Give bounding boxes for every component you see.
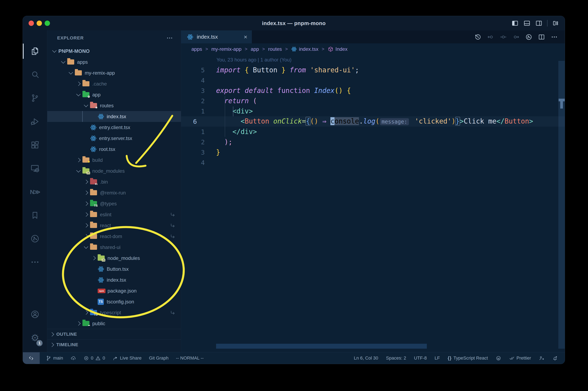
tree-item-routes[interactable]: ⚛ routes: [47, 100, 181, 111]
tree-item-apps[interactable]: apps: [47, 57, 181, 67]
code-line-1[interactable]: 1 <div>: [181, 106, 565, 116]
tree-item-tsconfig.json[interactable]: TS tsconfig.json: [47, 296, 181, 307]
tree-item-@remix-run[interactable]: @remix-run: [47, 187, 181, 198]
toolbar-next-change-icon[interactable]: [510, 33, 522, 40]
code-token: (: [375, 117, 380, 125]
activity-bar-remote-explorer[interactable]: [23, 157, 47, 180]
tree-item-typescript[interactable]: TS typescript: [47, 307, 181, 318]
timeline-section[interactable]: TIMELINE: [47, 339, 181, 350]
toolbar-timeline-history-icon[interactable]: [472, 33, 484, 40]
tree-item-index.tsx[interactable]: index.tsx: [47, 275, 181, 285]
tree-item-node_modules[interactable]: JS node_modules: [47, 253, 181, 264]
toolbar-current-change-icon[interactable]: [497, 33, 510, 40]
tree-item-.cache[interactable]: .cache: [47, 78, 181, 89]
toggle-primary-sidebar-icon[interactable]: [511, 19, 519, 27]
status-remote-indicator[interactable]: [23, 352, 40, 364]
status-bar: main 0 0 Live Share Git Graph -- NORMAL …: [23, 352, 565, 364]
status-language-mode[interactable]: {}TypeScript React: [448, 355, 488, 361]
tree-item-react-dom[interactable]: react-dom: [47, 231, 181, 242]
customize-layout-icon[interactable]: [552, 19, 559, 27]
code-line-2[interactable]: 2 return (: [181, 96, 565, 106]
@types-folder-icon: TS: [90, 201, 97, 206]
tree-item-shared-ui[interactable]: shared-ui: [47, 242, 181, 253]
activity-bar-git-graph[interactable]: [23, 227, 47, 250]
status-encoding[interactable]: UTF-8: [414, 355, 427, 361]
code-editor[interactable]: You, 23 hours ago | 1 author (You) 5 imp…: [181, 55, 565, 352]
tree-item-.bin[interactable]: 01 .bin: [47, 176, 181, 187]
window-layout-controls: [511, 16, 559, 30]
activity-bar-explorer[interactable]: [23, 39, 47, 63]
status-sync-changes[interactable]: [71, 355, 76, 361]
status-indentation[interactable]: Spaces: 2: [386, 355, 406, 361]
status-live-share[interactable]: Live Share: [112, 355, 141, 361]
tree-item-entry.server.tsx[interactable]: entry.server.tsx: [47, 133, 181, 144]
code-line-4[interactable]: 4: [181, 157, 565, 168]
code-line-6[interactable]: 6 <Button onClick={() ⇒ console.log(mess…: [181, 116, 565, 127]
activity-bar-bookmarks[interactable]: [23, 203, 47, 227]
breadcrumb-Index[interactable]: Index: [328, 46, 348, 52]
status-cursor-position[interactable]: Ln 6, Col 30: [354, 355, 378, 361]
activity-bar-settings[interactable]: ⚙ 1: [23, 326, 47, 349]
chevron-down-icon: [74, 93, 83, 96]
code-token: [286, 66, 290, 74]
outline-section[interactable]: OUTLINE: [47, 329, 181, 339]
tree-item-node_modules[interactable]: JS node_modules: [47, 166, 181, 176]
status-eol[interactable]: LF: [435, 355, 440, 361]
tree-item-build[interactable]: ● build: [47, 155, 181, 166]
activity-bar-search[interactable]: [23, 63, 47, 86]
status-problems[interactable]: 0 0: [84, 355, 105, 361]
minimize-window-button[interactable]: [37, 20, 42, 26]
editor-group: index.tsx × apps> my-remix-app> app> rou…: [181, 30, 565, 352]
tree-item-root.tsx[interactable]: root.tsx: [47, 144, 181, 155]
tree-item-react[interactable]: react: [47, 220, 181, 231]
toggle-panel-icon[interactable]: [523, 19, 531, 27]
breadcrumb-index.tsx[interactable]: index.tsx: [291, 46, 318, 52]
activity-bar-more-views[interactable]: [23, 250, 47, 274]
status-git-graph[interactable]: Git Graph: [149, 355, 168, 361]
horizontal-scrollbar[interactable]: [216, 344, 427, 349]
breadcrumb-routes[interactable]: routes: [268, 46, 282, 52]
activity-bar-run-debug[interactable]: [23, 110, 47, 133]
activity-bar-extensions[interactable]: [23, 133, 47, 157]
breadcrumb-my-remix-app[interactable]: my-remix-app: [211, 46, 242, 52]
toolbar-git-graph-icon[interactable]: [522, 33, 535, 40]
tree-item-PNPM-MONO[interactable]: PNPM-MONO: [47, 46, 181, 57]
code-line-5[interactable]: 5 import { Button } from 'shared-ui';: [181, 65, 565, 75]
tree-item-@types[interactable]: TS @types: [47, 198, 181, 209]
status-git-branch[interactable]: main: [46, 355, 63, 361]
code-line-3[interactable]: 3 export default function Index() {: [181, 86, 565, 96]
toggle-secondary-sidebar-icon[interactable]: [535, 19, 543, 27]
toolbar-split-editor-icon[interactable]: [535, 33, 548, 40]
tree-item-app[interactable]: ⚙ app: [47, 89, 181, 100]
activity-bar-accounts[interactable]: [23, 303, 47, 326]
tab-index-tsx[interactable]: index.tsx ×: [181, 30, 252, 43]
toolbar-previous-change-icon[interactable]: [484, 33, 497, 40]
tree-item-public[interactable]: •• public: [47, 318, 181, 329]
status-notifications[interactable]: [552, 355, 558, 361]
status-live-share-contact[interactable]: [539, 355, 544, 361]
code-line-1[interactable]: 1 </div>: [181, 127, 565, 137]
maximize-window-button[interactable]: [45, 20, 50, 26]
tree-item-entry.client.tsx[interactable]: entry.client.tsx: [47, 122, 181, 133]
tree-item-Button.tsx[interactable]: Button.tsx: [47, 264, 181, 275]
code-token: [410, 117, 415, 125]
status-feedback[interactable]: [496, 355, 501, 361]
breadcrumb-apps[interactable]: apps: [192, 46, 202, 52]
code-line-4[interactable]: 4: [181, 75, 565, 86]
activity-bar-source-control[interactable]: [23, 86, 47, 110]
breadcrumb-app[interactable]: app: [251, 46, 259, 52]
gitlens-blame: You, 23 hours ago | 1 author (You): [181, 55, 565, 65]
close-tab-icon[interactable]: ×: [244, 34, 247, 40]
explorer-more-actions-icon[interactable]: [166, 34, 173, 42]
code-line-2[interactable]: 2 );: [181, 137, 565, 147]
tree-item-index.tsx[interactable]: index.tsx: [47, 111, 181, 122]
status-vim-mode[interactable]: -- NORMAL --: [176, 355, 204, 361]
code-line-3[interactable]: 3 }: [181, 147, 565, 157]
toolbar-more-actions-icon[interactable]: [548, 33, 561, 40]
activity-bar-nx-console[interactable]: N≫: [23, 180, 47, 203]
tree-item-package.json[interactable]: npm package.json: [47, 285, 181, 296]
status-prettier[interactable]: Prettier: [509, 355, 531, 361]
tree-item-eslint[interactable]: eslint: [47, 209, 181, 220]
close-window-button[interactable]: [29, 20, 34, 26]
tree-item-my-remix-app[interactable]: my-remix-app: [47, 67, 181, 78]
